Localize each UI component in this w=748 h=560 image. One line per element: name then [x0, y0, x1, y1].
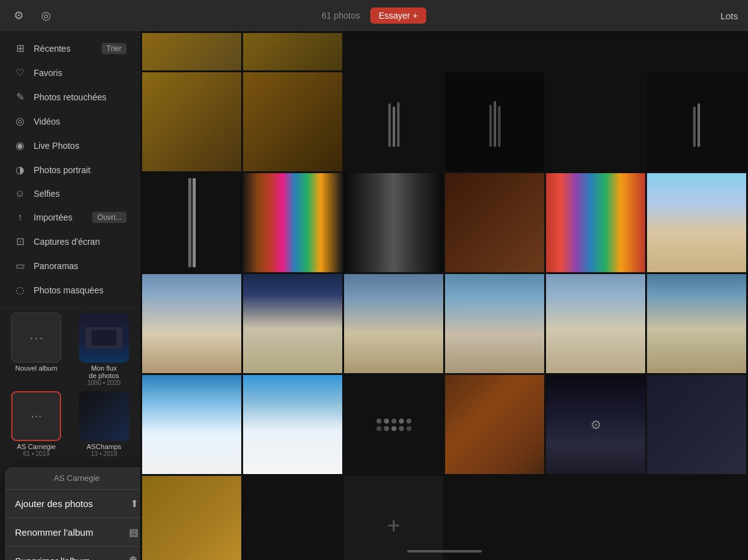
- heart-icon: ♡: [14, 67, 26, 78]
- main-layout: ⊞ Récentes Trier ♡ Favoris ✎ Photos reto…: [0, 31, 748, 560]
- album-row-2: ··· AS Carnegie 61 • 2019 ASChamps 13 • …: [5, 391, 135, 457]
- aschamps-thumb: [79, 391, 129, 441]
- album-meta: 61 • 2019: [23, 450, 49, 457]
- trier-badge[interactable]: Trier: [102, 43, 127, 54]
- photo-cell[interactable]: [142, 375, 241, 474]
- photo-cell[interactable]: [445, 33, 544, 70]
- plus-icon: +: [387, 513, 400, 539]
- photo-cell[interactable]: [445, 375, 544, 474]
- photo-cell[interactable]: [546, 72, 645, 171]
- scroll-indicator: [407, 550, 482, 553]
- as-carnegie-thumb: ···: [11, 391, 61, 441]
- photo-cell[interactable]: [344, 173, 443, 272]
- live-icon: ◉: [14, 140, 26, 151]
- gear-icon[interactable]: ⚙: [10, 7, 27, 24]
- sidebar-item-label: Captures d'écran: [34, 237, 127, 247]
- photo-cell[interactable]: [445, 274, 544, 373]
- photo-cell[interactable]: [546, 274, 645, 373]
- sidebar: ⊞ Récentes Trier ♡ Favoris ✎ Photos reto…: [0, 31, 140, 560]
- photo-cell[interactable]: [243, 33, 342, 70]
- sidebar-item-captures[interactable]: ⊡ Captures d'écran: [4, 230, 137, 253]
- album-name: ASChamps: [87, 443, 122, 450]
- add-photo-cell[interactable]: +: [344, 476, 443, 560]
- sidebar-item-label: Selfies: [34, 189, 127, 199]
- sidebar-item-masquees[interactable]: ◌ Photos masquées: [4, 278, 137, 301]
- screenshot-icon: ⊡: [14, 235, 26, 247]
- album-name: AS Carnegie: [17, 443, 55, 450]
- ellipsis-icon: ···: [29, 328, 44, 348]
- sidebar-item-label: Photos masquées: [34, 285, 127, 295]
- ouvrir-badge[interactable]: Ouvri...: [92, 212, 127, 223]
- sidebar-item-live-photos[interactable]: ◉ Live Photos: [4, 134, 137, 157]
- photo-cell[interactable]: [647, 33, 746, 70]
- delete-label: Supprimer l'album: [15, 556, 90, 561]
- hidden-icon: ◌: [14, 284, 26, 296]
- album-item-mon-flux[interactable]: Mon fluxde photos 1000 • 2020: [73, 313, 136, 386]
- photo-cell[interactable]: [647, 173, 746, 272]
- photo-cell[interactable]: [243, 173, 342, 272]
- new-album-thumb: ···: [11, 313, 61, 363]
- album-item-new[interactable]: ··· Nouvel album: [5, 313, 68, 372]
- photo-cell[interactable]: [243, 476, 342, 560]
- photo-cell[interactable]: [243, 274, 342, 373]
- sidebar-item-videos[interactable]: ◎ Vidéos: [4, 110, 137, 133]
- sidebar-item-selfies[interactable]: ☺ Selfies: [4, 183, 137, 205]
- context-menu-delete[interactable]: Supprimer l'album 🗑: [5, 547, 140, 560]
- photo-cell[interactable]: [546, 173, 645, 272]
- photo-cell[interactable]: [344, 375, 443, 474]
- mon-flux-thumb: [79, 313, 129, 363]
- photo-cell[interactable]: [344, 72, 443, 171]
- sidebar-item-label: Live Photos: [34, 141, 127, 151]
- album-item-aschamps[interactable]: ASChamps 13 • 2019: [73, 391, 136, 457]
- photo-cell[interactable]: [142, 72, 241, 171]
- context-menu-title: AS Carnegie: [5, 467, 140, 490]
- photo-cell[interactable]: [142, 274, 241, 373]
- sidebar-item-label: Panoramas: [34, 261, 127, 271]
- photo-cell[interactable]: [142, 173, 241, 272]
- photo-cell[interactable]: [142, 476, 241, 560]
- photo-cell[interactable]: [142, 33, 241, 70]
- album-name: Mon fluxde photos: [89, 364, 119, 379]
- rename-label: Renommer l'album: [15, 527, 93, 538]
- sidebar-item-recentes[interactable]: ⊞ Récentes Trier: [4, 37, 137, 60]
- photo-cell[interactable]: ⚙: [546, 375, 645, 474]
- add-photos-label: Ajouter des photos: [15, 498, 93, 509]
- sidebar-item-label: Récentes: [34, 44, 94, 54]
- photo-cell[interactable]: [243, 375, 342, 474]
- portrait-icon: ◑: [14, 164, 26, 176]
- sidebar-item-label: Vidéos: [34, 116, 127, 126]
- location-icon[interactable]: ◎: [37, 7, 55, 24]
- photo-cell[interactable]: [647, 375, 746, 474]
- photo-cell: [546, 476, 645, 560]
- photo-cell[interactable]: [647, 72, 746, 171]
- sidebar-item-label: Photos portrait: [34, 165, 127, 175]
- photo-cell[interactable]: [344, 33, 443, 70]
- sidebar-item-portrait[interactable]: ◑ Photos portrait: [4, 158, 137, 181]
- photo-cell[interactable]: [546, 33, 645, 70]
- photo-cell[interactable]: [344, 274, 443, 373]
- selfie-icon: ☺: [14, 188, 26, 199]
- sidebar-item-panoramas[interactable]: ▭ Panoramas: [4, 254, 137, 277]
- context-menu-rename[interactable]: Renommer l'album ▤: [5, 518, 140, 547]
- photo-cell: [647, 476, 746, 560]
- album-meta: 1000 • 2020: [87, 379, 121, 386]
- sidebar-item-label: Importées: [34, 212, 85, 222]
- context-menu: AS Carnegie Ajouter des photos ⬆ Renomme…: [5, 467, 140, 560]
- photo-cell[interactable]: [243, 72, 342, 171]
- panorama-icon: ▭: [14, 260, 26, 272]
- try-button[interactable]: Essayer +: [370, 7, 426, 24]
- sidebar-item-retouchees[interactable]: ✎ Photos retouchées: [4, 85, 137, 108]
- sidebar-item-favoris[interactable]: ♡ Favoris: [4, 61, 137, 84]
- photo-cell[interactable]: [445, 173, 544, 272]
- lots-button[interactable]: Lots: [721, 11, 738, 21]
- album-item-as-carnegie[interactable]: ··· AS Carnegie 61 • 2019: [5, 391, 68, 457]
- photo-cell[interactable]: [647, 274, 746, 373]
- rename-icon: ▤: [129, 526, 138, 538]
- grid-icon: ⊞: [14, 42, 26, 54]
- context-menu-add-photos[interactable]: Ajouter des photos ⬆: [5, 490, 140, 518]
- top-bar-center: 61 photos Essayer +: [322, 7, 426, 24]
- sidebar-item-importees[interactable]: ↑ Importées Ouvri...: [4, 206, 137, 229]
- photo-cell[interactable]: [445, 72, 544, 171]
- top-bar: ⚙ ◎ 61 photos Essayer + Lots: [0, 0, 748, 31]
- album-row-1: ··· Nouvel album Mon fluxde photos: [5, 313, 135, 386]
